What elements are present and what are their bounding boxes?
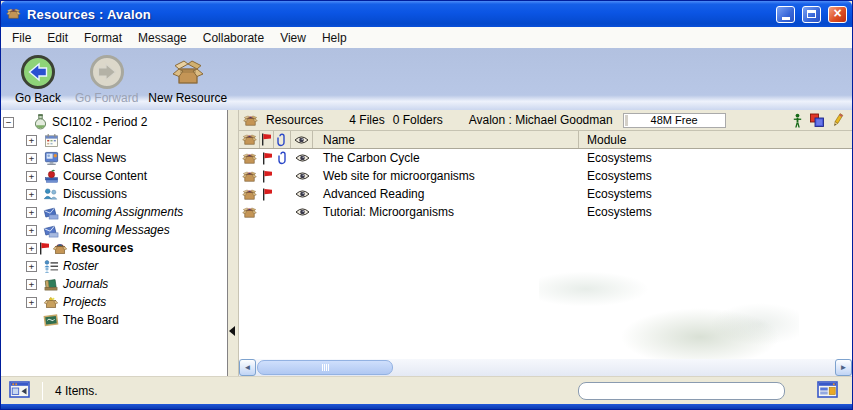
go-back-button[interactable]: Go Back — [7, 52, 69, 106]
tree-item-class-news[interactable]: +Class News — [1, 149, 227, 167]
roster-icon — [43, 258, 59, 274]
column-header-name[interactable]: Name — [313, 131, 579, 148]
scrollbar-track[interactable] — [394, 359, 835, 376]
file-name: Advanced Reading — [313, 185, 579, 203]
new-resource-button[interactable]: New Resource — [144, 52, 231, 106]
expand-box-icon[interactable]: + — [26, 207, 37, 218]
menu-item-format[interactable]: Format — [76, 29, 130, 47]
calendar-icon — [43, 132, 59, 148]
view-mode-icon[interactable] — [9, 381, 30, 400]
maximize-button[interactable] — [802, 6, 821, 23]
file-row-1[interactable]: The Carbon CycleEcosystems — [239, 149, 852, 167]
expand-box-icon[interactable]: + — [26, 261, 37, 272]
file-module: Ecosystems — [579, 185, 852, 203]
toolbar: Go BackGo ForwardNew Resource — [1, 48, 852, 110]
expand-box-icon[interactable]: + — [26, 225, 37, 236]
content-icon — [43, 168, 59, 184]
expand-box-icon[interactable]: + — [26, 189, 37, 200]
status-field[interactable] — [578, 382, 785, 400]
layers-icon[interactable] — [809, 113, 825, 128]
tree-item-label: Class News — [63, 151, 126, 165]
tree-item-label: Resources — [72, 241, 133, 255]
tree-item-roster[interactable]: +Roster — [1, 257, 227, 275]
paperclip-icon — [278, 151, 288, 165]
scrollbar-thumb[interactable] — [257, 360, 393, 375]
file-row-4[interactable]: Tutorial: MicroorganismsEcosystems — [239, 203, 852, 221]
flag-icon — [262, 152, 273, 165]
back-icon — [20, 53, 56, 91]
column-header-module[interactable]: Module — [579, 131, 852, 148]
file-module: Ecosystems — [579, 149, 852, 167]
menu-item-view[interactable]: View — [272, 29, 314, 47]
tree-item-incoming-messages[interactable]: +Incoming Messages — [1, 221, 227, 239]
flag-icon — [262, 188, 273, 201]
scroll-left-button[interactable]: ◄ — [239, 359, 256, 376]
column-visibility-icon[interactable] — [291, 131, 313, 148]
news-icon — [43, 150, 59, 166]
tree-item-label: Journals — [63, 277, 108, 291]
tree-item-label: Calendar — [63, 133, 112, 147]
tree-item-label: Course Content — [63, 169, 147, 183]
resource-box-icon — [242, 132, 257, 147]
go-forward-button[interactable]: Go Forward — [71, 52, 142, 106]
detail-view-icon[interactable] — [817, 381, 838, 400]
menu-item-message[interactable]: Message — [130, 29, 195, 47]
menu-item-file[interactable]: File — [4, 29, 39, 47]
tree-item-journals[interactable]: +Journals — [1, 275, 227, 293]
list-column-header: Name Module — [239, 131, 852, 149]
column-type-icon[interactable] — [239, 131, 260, 148]
column-attachment-icon[interactable] — [274, 131, 291, 148]
scroll-right-button[interactable]: ► — [835, 359, 852, 376]
eye-icon — [295, 153, 310, 163]
expand-box-icon[interactable]: + — [26, 279, 37, 290]
panel-splitter[interactable] — [228, 110, 238, 376]
resource-box-icon — [242, 205, 257, 220]
eye-icon — [295, 189, 310, 199]
window-bottom-border — [1, 404, 852, 409]
journals-icon — [43, 276, 59, 292]
horizontal-scrollbar: ◄ ► — [239, 359, 852, 376]
file-list: The Carbon CycleEcosystemsWeb site for m… — [239, 149, 852, 359]
tree-item-resources[interactable]: +Resources — [1, 239, 227, 257]
tree-item-projects[interactable]: +Projects — [1, 293, 227, 311]
app-icon — [6, 6, 22, 22]
close-button[interactable]: × — [828, 6, 847, 23]
person-icon[interactable] — [793, 113, 802, 128]
free-space-label: 48M Free — [651, 114, 698, 126]
resources-panel-header: Resources 4 Files 0 Folders Avalon : Mic… — [239, 110, 852, 131]
file-name: The Carbon Cycle — [313, 149, 579, 167]
panel-title: Resources — [266, 113, 323, 127]
tree-item-incoming-assignments[interactable]: +Incoming Assignments — [1, 203, 227, 221]
expand-box-icon[interactable]: + — [26, 153, 37, 164]
menu-item-edit[interactable]: Edit — [39, 29, 76, 47]
tree-item-calendar[interactable]: +Calendar — [1, 131, 227, 149]
tree-item-label: Roster — [63, 259, 98, 273]
file-row-2[interactable]: Web site for microorganismsEcosystems — [239, 167, 852, 185]
collapse-box-icon[interactable]: − — [3, 117, 14, 128]
tree-item-course-content[interactable]: +Course Content — [1, 167, 227, 185]
expand-box-icon[interactable]: + — [26, 243, 37, 254]
avalon-watermark — [539, 259, 799, 359]
tree-item-sci102-period-2[interactable]: −SCI102 - Period 2 — [1, 113, 227, 131]
file-row-3[interactable]: Advanced ReadingEcosystems — [239, 185, 852, 203]
column-flag-icon[interactable] — [260, 131, 274, 148]
forward-icon — [89, 53, 125, 91]
eye-icon — [294, 135, 309, 145]
menu-item-collaborate[interactable]: Collaborate — [195, 29, 272, 47]
minimize-button[interactable] — [776, 6, 795, 23]
splitter-collapse-icon[interactable] — [229, 322, 235, 340]
projects-icon — [43, 294, 59, 310]
menu-item-help[interactable]: Help — [314, 29, 355, 47]
resources-panel: Resources 4 Files 0 Folders Avalon : Mic… — [238, 110, 852, 376]
maximize-icon — [807, 10, 816, 18]
expand-box-icon[interactable]: + — [26, 135, 37, 146]
tree-item-the-board[interactable]: The Board — [1, 311, 227, 329]
pencil-icon[interactable] — [832, 113, 844, 128]
expand-box-icon[interactable]: + — [26, 171, 37, 182]
minimize-icon — [782, 17, 790, 20]
board-icon — [43, 312, 59, 328]
tree-item-discussions[interactable]: +Discussions — [1, 185, 227, 203]
tree-item-label: SCI102 - Period 2 — [52, 115, 147, 129]
expand-box-icon[interactable]: + — [26, 297, 37, 308]
file-name: Tutorial: Microorganisms — [313, 203, 579, 221]
